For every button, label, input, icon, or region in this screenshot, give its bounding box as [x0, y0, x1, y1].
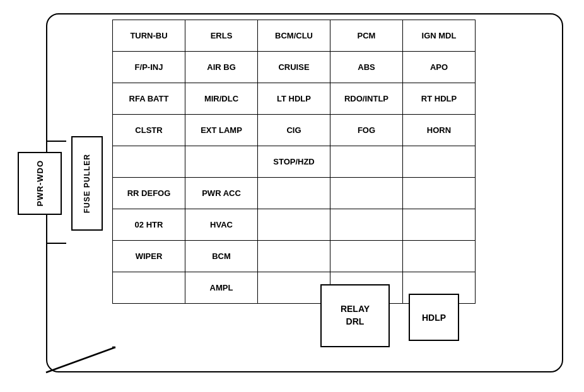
cell-r6-c2: [258, 209, 330, 241]
cell-r0-c4: IGN MDL: [403, 20, 476, 52]
cell-r8-c0: [113, 272, 185, 304]
cell-r6-c3: [330, 209, 403, 241]
cell-r5-c2: [258, 178, 330, 209]
cell-r1-c0: F/P-INJ: [113, 52, 185, 83]
hdlp-box: HDLP: [409, 294, 459, 341]
cell-r4-c3: [330, 146, 403, 178]
cell-r0-c0: TURN-BU: [113, 20, 185, 52]
cell-r1-c4: APO: [403, 52, 476, 83]
cell-r5-c0: RR DEFOG: [113, 178, 185, 209]
hdlp-label: HDLP: [422, 313, 446, 323]
cell-r7-c2: [258, 241, 330, 272]
cell-r3-c1: EXT LAMP: [185, 115, 258, 146]
cell-r6-c0: 02 HTR: [113, 209, 185, 241]
cell-r8-c1: AMPL: [185, 272, 258, 304]
cell-r3-c3: FOG: [330, 115, 403, 146]
cell-r0-c1: ERLS: [185, 20, 258, 52]
cell-r5-c1: PWR ACC: [185, 178, 258, 209]
cell-r1-c2: CRUISE: [258, 52, 330, 83]
cell-r2-c1: MIR/DLC: [185, 83, 258, 115]
fuse-table: TURN-BUERLSBCM/CLUPCMIGN MDLF/P-INJAIR B…: [112, 20, 476, 304]
cell-r0-c3: PCM: [330, 20, 403, 52]
fuse-diagram: PWR-WDO FUSE PULLER TURN-BUERLSBCM/CLUPC…: [8, 7, 576, 385]
fuse-puller-label: FUSE PULLER: [83, 154, 91, 213]
relay-drl-label: RELAYDRL: [341, 303, 370, 328]
cell-r0-c2: BCM/CLU: [258, 20, 330, 52]
cell-r2-c3: RDO/INTLP: [330, 83, 403, 115]
cell-r1-c3: ABS: [330, 52, 403, 83]
cell-r3-c4: HORN: [403, 115, 476, 146]
cell-r7-c4: [403, 241, 476, 272]
cell-r4-c0: [113, 146, 185, 178]
cell-r2-c0: RFA BATT: [113, 83, 185, 115]
cell-r3-c0: CLSTR: [113, 115, 185, 146]
pwr-wdo-label: PWR-WDO: [35, 160, 45, 206]
cell-r6-c4: [403, 209, 476, 241]
cell-r4-c4: [403, 146, 476, 178]
fuse-puller-box: FUSE PULLER: [71, 136, 103, 231]
cell-r6-c1: HVAC: [185, 209, 258, 241]
relay-drl-box: RELAYDRL: [320, 284, 390, 347]
cell-r2-c2: LT HDLP: [258, 83, 330, 115]
cell-r2-c4: RT HDLP: [403, 83, 476, 115]
cell-r5-c4: [403, 178, 476, 209]
cell-r4-c2: STOP/HZD: [258, 146, 330, 178]
cell-r8-c2: [258, 272, 330, 304]
cell-r3-c2: CIG: [258, 115, 330, 146]
cell-r7-c1: BCM: [185, 241, 258, 272]
pwr-wdo-box: PWR-WDO: [18, 152, 62, 215]
cell-r7-c0: WIPER: [113, 241, 185, 272]
cell-r1-c1: AIR BG: [185, 52, 258, 83]
cell-r7-c3: [330, 241, 403, 272]
cell-r5-c3: [330, 178, 403, 209]
cell-r4-c1: [185, 146, 258, 178]
